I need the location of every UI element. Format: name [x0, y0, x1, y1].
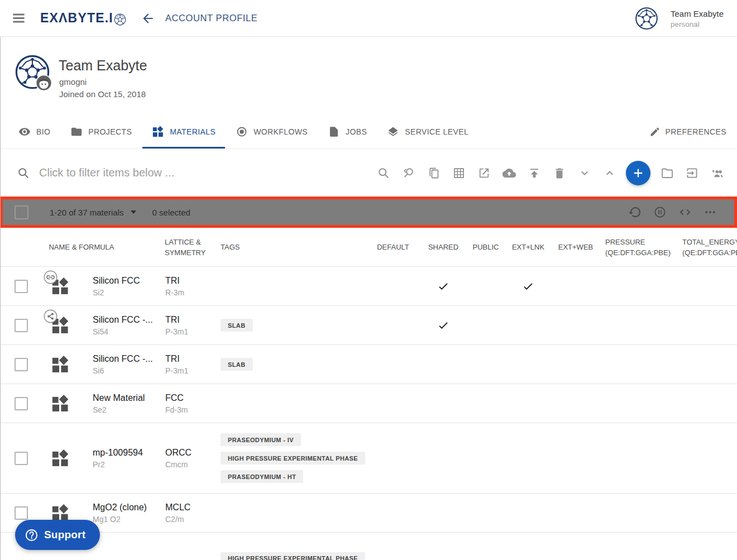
- chevron-up-icon[interactable]: [597, 160, 622, 185]
- search-icon[interactable]: [371, 160, 396, 185]
- filter-input[interactable]: [39, 166, 352, 179]
- cell-default: [365, 423, 421, 493]
- tab-service-level[interactable]: SERVICE LEVEL: [387, 114, 468, 149]
- back-arrow-icon[interactable]: [138, 9, 157, 28]
- cell-default: [365, 267, 421, 305]
- code-icon[interactable]: [672, 200, 697, 225]
- column-shared[interactable]: SHARED: [421, 242, 466, 252]
- copy-icon[interactable]: [421, 160, 446, 185]
- cell-select: [0, 306, 36, 344]
- pause-circle-icon[interactable]: [647, 200, 672, 225]
- profile-header: Team Exabyte gmogni Joined on Oct 15, 20…: [0, 37, 737, 114]
- delete-icon[interactable]: [547, 160, 572, 185]
- row-checkbox[interactable]: [15, 319, 28, 332]
- material-name[interactable]: Silicon FCC -...: [93, 354, 153, 364]
- count-dropdown-caret-icon[interactable]: [131, 210, 136, 214]
- cell-ext-lnk: [506, 267, 551, 305]
- share-badge-icon: [44, 309, 58, 323]
- filter-toolbar: [0, 149, 737, 197]
- column-public[interactable]: PUBLIC: [466, 242, 506, 252]
- grid-icon[interactable]: [446, 160, 471, 185]
- link-badge-icon: [44, 270, 58, 284]
- more-horiz-icon[interactable]: [697, 200, 722, 225]
- cell-lattice-symmetry: TRIR-3m: [163, 267, 219, 305]
- tab-jobs[interactable]: JOBS: [328, 114, 367, 149]
- tab-materials[interactable]: MATERIALS: [152, 114, 216, 149]
- cloud-upload-icon[interactable]: [496, 160, 521, 185]
- user-avatar: [635, 7, 658, 30]
- tabs-list: BIOPROJECTSMATERIALSWORKFLOWSJOBSSERVICE…: [0, 114, 468, 149]
- exabyte-logo[interactable]: EXΛBYTE.I: [40, 11, 126, 26]
- material-name[interactable]: New Material: [93, 393, 145, 403]
- restore-icon[interactable]: [622, 200, 647, 225]
- tab-preferences[interactable]: PREFERENCES: [649, 114, 726, 149]
- group-add-icon[interactable]: [705, 160, 730, 185]
- material-name[interactable]: MgO2 (clone): [93, 502, 147, 513]
- material-formula: Si2: [93, 288, 104, 297]
- add-material-fab[interactable]: [626, 161, 650, 185]
- symmetry-group: C2/m: [165, 515, 184, 524]
- column-pressure[interactable]: PRESSURE(QE:DFT:GGA:PBE): [601, 237, 678, 258]
- eye-icon: [18, 126, 31, 138]
- cell-lattice-symmetry: FCCFd-3m: [163, 384, 219, 423]
- account-profile-page: EXΛBYTE.I ACCOUNT PROFILE Team Exabyte p…: [0, 0, 737, 560]
- page-title: ACCOUNT PROFILE: [165, 13, 257, 23]
- profile-avatar: [15, 54, 50, 90]
- column-default[interactable]: DEFAULT: [365, 242, 421, 252]
- tag-chip: PRASEODYMIUM - IV: [221, 433, 301, 446]
- cell-shared: [421, 384, 466, 423]
- tab-projects[interactable]: PROJECTS: [70, 114, 132, 149]
- folder-icon: [70, 126, 83, 138]
- tag-chip: PRASEODYMIUM - HT: [221, 470, 303, 483]
- current-user-menu[interactable]: Team Exabyte personal: [635, 0, 737, 37]
- material-name[interactable]: Silicon FCC -...: [93, 315, 153, 325]
- tab-workflows[interactable]: WORKFLOWS: [236, 114, 308, 149]
- column-ext-web[interactable]: EXT+WEB: [551, 242, 601, 252]
- chevron-down-icon[interactable]: [572, 160, 597, 185]
- column-name-formula[interactable]: NAME & FORMULA: [0, 242, 163, 252]
- table-row: MgO2 (clone)Mg1 O2MCLCC2/m: [0, 494, 737, 533]
- row-checkbox[interactable]: [15, 506, 28, 520]
- cell-total-energy: [678, 423, 737, 493]
- cell-public: [466, 423, 506, 493]
- material-formula: Si6: [93, 366, 104, 375]
- publish-icon[interactable]: [521, 160, 547, 185]
- column-tags[interactable]: TAGS: [219, 242, 365, 252]
- cell-pressure: [601, 267, 678, 305]
- cell-tags: SLAB: [219, 306, 365, 344]
- cell-tags: SLAB: [219, 345, 365, 384]
- tag-chip: SLAB: [221, 358, 253, 371]
- menu-icon[interactable]: [6, 6, 31, 31]
- cell-lattice-symmetry: MCLCC2/m: [163, 494, 219, 532]
- cell-total-energy: [678, 533, 737, 560]
- material-name[interactable]: Silicon FCC: [93, 276, 140, 286]
- cell-default: [365, 494, 421, 532]
- profile-joined-date: Joined on Oct 15, 2018: [59, 89, 146, 99]
- tab-label: PROJECTS: [88, 127, 132, 136]
- row-checkbox[interactable]: [15, 280, 28, 293]
- material-name[interactable]: mp-1009594: [93, 448, 143, 458]
- row-checkbox[interactable]: [15, 397, 28, 410]
- column-total-energy[interactable]: TOTAL_ENERGY(QE:DFT:GGA:PBE): [678, 237, 737, 258]
- selection-bar-actions: [622, 200, 722, 225]
- preferences-label: PREFERENCES: [666, 127, 726, 136]
- column-lattice-symmetry[interactable]: LATTICE &SYMMETRY: [163, 237, 219, 258]
- row-checkbox[interactable]: [15, 452, 28, 465]
- column-ext-lnk[interactable]: EXT+LNK: [506, 242, 551, 252]
- search-arrow-icon[interactable]: [396, 160, 421, 185]
- tab-label: SERVICE LEVEL: [405, 127, 468, 136]
- import-icon[interactable]: [679, 160, 705, 185]
- row-checkbox[interactable]: [15, 358, 28, 371]
- table-row: Silicon FCCSi2TRIR-3m: [0, 267, 737, 306]
- open-in-new-icon[interactable]: [471, 160, 496, 185]
- materials-count[interactable]: 1-20 of 37 materials: [50, 208, 124, 217]
- tab-bio[interactable]: BIO: [18, 114, 50, 149]
- cell-ext-lnk: [506, 423, 551, 493]
- folder-outline-icon[interactable]: [654, 160, 679, 185]
- cell-public: [466, 384, 506, 423]
- support-button[interactable]: Support: [15, 520, 100, 550]
- select-all-checkbox[interactable]: [15, 205, 28, 219]
- cell-tags: [219, 384, 365, 423]
- table-row: Silicon FCC -...Si54TRIP-3m1SLAB: [0, 306, 737, 345]
- symmetry-group: P-3m1: [165, 327, 188, 336]
